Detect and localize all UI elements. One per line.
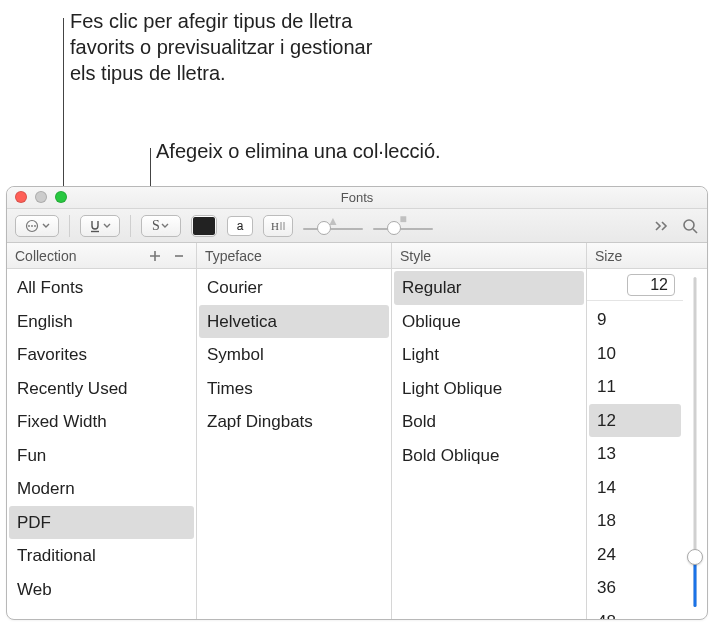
shadow-blur-slider[interactable]: ■ xyxy=(373,215,433,237)
size-header: Size xyxy=(587,243,707,269)
style-list[interactable]: RegularObliqueLightLight ObliqueBoldBold… xyxy=(392,269,586,619)
slider-fill xyxy=(694,561,697,607)
list-item[interactable]: Bold Oblique xyxy=(392,439,586,473)
list-item[interactable]: Web xyxy=(7,573,196,607)
svg-point-2 xyxy=(31,225,33,227)
fonts-window: Fonts S xyxy=(6,186,708,620)
text-sample: a xyxy=(237,219,244,233)
typeface-column: Typeface CourierHelveticaSymbolTimesZapf… xyxy=(197,243,392,619)
callout-more-options: Fes clic per afegir tipus de lletra favo… xyxy=(70,8,390,86)
search-icon xyxy=(681,217,699,235)
chevron-down-icon xyxy=(160,219,170,233)
list-item[interactable]: 24 xyxy=(587,538,683,572)
list-item[interactable]: 14 xyxy=(587,471,683,505)
style-header: Style xyxy=(392,243,586,269)
text-spacing-icon: H xyxy=(269,219,287,233)
svg-line-9 xyxy=(693,229,697,233)
underline-button[interactable] xyxy=(80,215,120,237)
zoom-window-button[interactable] xyxy=(55,191,67,203)
callout-text: Afegeix o elimina una col·lecció. xyxy=(156,140,441,162)
toolbar: S a H ▲ ■ xyxy=(7,209,707,243)
window-controls xyxy=(15,191,67,203)
collection-column: Collection All FontsEnglishFavoritesRece… xyxy=(7,243,197,619)
list-item[interactable]: Light Oblique xyxy=(392,372,586,406)
size-column: Size 12 9101112131418243648 xyxy=(587,243,707,619)
more-icon xyxy=(23,219,41,233)
remove-collection-button[interactable] xyxy=(170,247,188,265)
typeface-header: Typeface xyxy=(197,243,391,269)
strikethrough-button[interactable]: S xyxy=(141,215,181,237)
list-item[interactable]: Symbol xyxy=(197,338,391,372)
list-item[interactable]: 12 xyxy=(589,404,681,438)
callout-add-remove-collection: Afegeix o elimina una col·lecció. xyxy=(156,138,441,164)
minus-icon xyxy=(172,249,186,263)
list-item[interactable]: 9 xyxy=(587,303,683,337)
list-item[interactable]: 13 xyxy=(587,437,683,471)
list-item[interactable]: Recently Used xyxy=(7,372,196,406)
close-window-button[interactable] xyxy=(15,191,27,203)
columns: Collection All FontsEnglishFavoritesRece… xyxy=(7,243,707,619)
titlebar: Fonts xyxy=(7,187,707,209)
list-item[interactable]: Favorites xyxy=(7,338,196,372)
list-item[interactable]: Zapf Dingbats xyxy=(197,405,391,439)
list-item[interactable]: Courier xyxy=(197,271,391,305)
size-header-label: Size xyxy=(595,248,622,264)
minimize-window-button[interactable] xyxy=(35,191,47,203)
more-options-button[interactable] xyxy=(15,215,59,237)
overflow-button[interactable] xyxy=(653,219,671,233)
list-item[interactable]: All Fonts xyxy=(7,271,196,305)
window-title: Fonts xyxy=(341,190,374,205)
style-column: Style RegularObliqueLightLight ObliqueBo… xyxy=(392,243,587,619)
size-input-value: 12 xyxy=(650,276,668,294)
document-color-button[interactable]: a xyxy=(227,216,253,236)
list-item[interactable]: 18 xyxy=(587,504,683,538)
list-item[interactable]: 11 xyxy=(587,370,683,404)
double-chevron-right-icon xyxy=(653,219,671,233)
svg-point-3 xyxy=(34,225,36,227)
slider-thumb[interactable] xyxy=(687,549,703,565)
collection-list[interactable]: All FontsEnglishFavoritesRecently UsedFi… xyxy=(7,269,196,619)
list-item[interactable]: English xyxy=(7,305,196,339)
size-list[interactable]: 9101112131418243648 xyxy=(587,301,683,619)
slider-track xyxy=(373,228,433,230)
underline-icon xyxy=(88,219,102,233)
list-item[interactable]: 48 xyxy=(587,605,683,620)
typography-button[interactable]: H xyxy=(263,215,293,237)
strikethrough-glyph: S xyxy=(152,218,160,234)
toolbar-separator xyxy=(69,215,70,237)
list-item[interactable]: 36 xyxy=(587,571,683,605)
square-icon: ■ xyxy=(399,212,406,226)
list-item[interactable]: Fun xyxy=(7,439,196,473)
slider-thumb[interactable] xyxy=(387,221,401,235)
collection-header: Collection xyxy=(7,243,196,269)
list-item[interactable]: Helvetica xyxy=(199,305,389,339)
collection-header-label: Collection xyxy=(15,248,76,264)
svg-text:H: H xyxy=(271,220,279,232)
typeface-header-label: Typeface xyxy=(205,248,262,264)
list-item[interactable]: Fixed Width xyxy=(7,405,196,439)
svg-point-8 xyxy=(684,220,694,230)
callout-text: Fes clic per afegir tipus de lletra favo… xyxy=(70,10,372,84)
slider-thumb[interactable] xyxy=(317,221,331,235)
list-item[interactable]: PDF xyxy=(9,506,194,540)
list-item[interactable]: Modern xyxy=(7,472,196,506)
add-collection-button[interactable] xyxy=(146,247,164,265)
chevron-down-icon xyxy=(102,219,112,233)
list-item[interactable]: 10 xyxy=(587,337,683,371)
shadow-opacity-slider[interactable]: ▲ xyxy=(303,215,363,237)
list-item[interactable]: Traditional xyxy=(7,539,196,573)
size-input[interactable]: 12 xyxy=(627,274,675,296)
list-item[interactable]: Regular xyxy=(394,271,584,305)
toolbar-separator xyxy=(130,215,131,237)
style-header-label: Style xyxy=(400,248,431,264)
list-item[interactable]: Light xyxy=(392,338,586,372)
size-slider[interactable] xyxy=(683,269,707,619)
size-input-wrap: 12 xyxy=(587,269,683,301)
list-item[interactable]: Times xyxy=(197,372,391,406)
text-color-button[interactable] xyxy=(191,215,217,237)
list-item[interactable]: Oblique xyxy=(392,305,586,339)
typeface-list[interactable]: CourierHelveticaSymbolTimesZapf Dingbats xyxy=(197,269,391,619)
list-item[interactable]: Bold xyxy=(392,405,586,439)
search-button[interactable] xyxy=(681,217,699,235)
plus-icon xyxy=(148,249,162,263)
